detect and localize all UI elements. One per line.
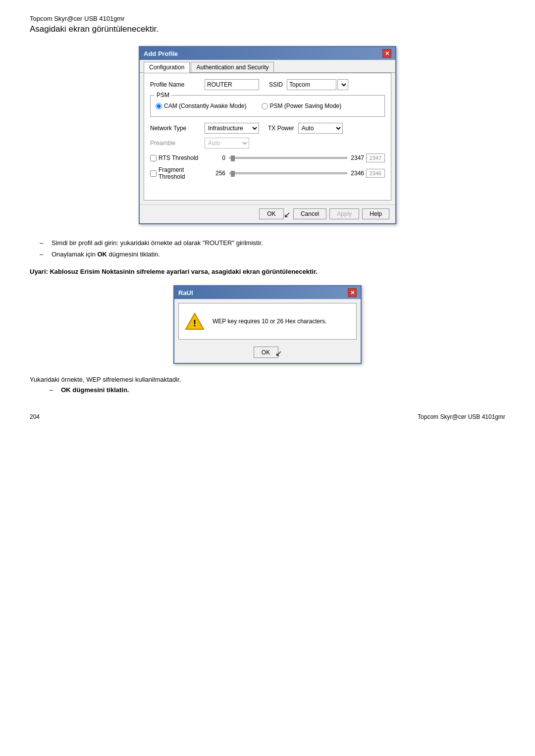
raui-cursor: ↙ — [275, 349, 282, 358]
raui-message: WEP key requires 10 or 26 Hex characters… — [213, 318, 327, 325]
psm-options: CAM (Constantly Awake Mode) PSM (Power S… — [156, 99, 379, 109]
bullet-dash-2: – — [40, 251, 46, 258]
psm-option[interactable]: PSM (Power Saving Mode) — [262, 102, 342, 109]
bullet-item-1: – Simdi bir profil adi girin: yukaridaki… — [40, 239, 505, 247]
ssid-select[interactable] — [337, 79, 348, 90]
bottom-ok-text: OK dügmesini tiklatin. — [61, 386, 129, 394]
cancel-button[interactable]: Cancel — [293, 208, 326, 219]
raui-title: RaUI — [178, 289, 193, 297]
rts-input[interactable] — [366, 153, 385, 162]
network-type-label: Network Type — [150, 125, 205, 132]
warning-icon: ! — [185, 311, 205, 331]
bullet-item-2: – Onaylamak için OK dügmesini tiklatin. — [40, 251, 505, 258]
bullet-text-1: Simdi bir profil adi girin: yukaridaki ö… — [52, 239, 263, 247]
page-footer: 204 Topcom Skyr@cer USB 4101gmr — [30, 413, 505, 420]
bullet-dash-1: – — [40, 239, 46, 247]
raui-ok-button[interactable]: OK — [254, 347, 278, 358]
raui-body: ! WEP key requires 10 or 26 Hex characte… — [178, 303, 357, 340]
svg-text:!: ! — [193, 318, 196, 328]
fragment-min-val: 256 — [211, 170, 225, 177]
dialog-titlebar: Add Profile ✕ — [140, 47, 395, 60]
rts-label: RTS Threshold — [159, 154, 211, 161]
dialog-footer: OK ↙ Cancel Apply Help — [140, 204, 395, 223]
psm-legend: PSM — [155, 92, 171, 99]
raui-close-button[interactable]: ✕ — [348, 288, 357, 297]
tx-power-label: TX Power — [268, 125, 294, 132]
fragment-max-val: 2346 — [349, 170, 364, 177]
page-header-large: Asagidaki ekran görüntülenecektir. — [30, 24, 505, 34]
psm-label: PSM (Power Saving Mode) — [270, 102, 342, 109]
bottom-dash: – — [50, 386, 53, 394]
tab-configuration[interactable]: Configuration — [144, 62, 190, 73]
dialog-title: Add Profile — [144, 50, 178, 57]
cursor-arrow: ↙ — [284, 210, 290, 219]
fragment-threshold-row: Fragment Threshold 256 2346 — [150, 166, 385, 180]
page-number: 204 — [30, 413, 40, 420]
tx-power-select[interactable]: Auto — [298, 123, 343, 134]
fragment-checkbox[interactable] — [150, 170, 157, 177]
help-button[interactable]: Help — [362, 208, 389, 219]
cam-label: CAM (Constantly Awake Mode) — [164, 102, 247, 109]
tab-auth-security[interactable]: Authentication and Security — [191, 62, 274, 72]
preamble-label: Preamble — [150, 140, 205, 147]
psm-radio[interactable] — [262, 103, 268, 109]
bottom-text: Yukaridaki örnekte, WEP sifrelemesi kull… — [30, 376, 505, 383]
rts-min-val: 0 — [211, 154, 225, 161]
fragment-input[interactable] — [366, 169, 385, 178]
bottom-section: Yukaridaki örnekte, WEP sifrelemesi kull… — [30, 376, 505, 394]
profile-name-label: Profile Name — [150, 81, 205, 88]
profile-name-row: Profile Name SSID — [150, 79, 385, 90]
warning-text: Uyari: Kablosuz Erisim Noktasinin sifrel… — [30, 268, 505, 275]
bullet-section: – Simdi bir profil adi girin: yukaridaki… — [30, 239, 505, 258]
ok-button[interactable]: OK — [259, 208, 284, 219]
close-button[interactable]: ✕ — [382, 49, 391, 58]
network-type-row: Network Type Infrastructure TX Power Aut… — [150, 123, 385, 134]
profile-name-input[interactable] — [205, 79, 259, 90]
page-header-small: Topcom Skyr@cer USB 4101gmr — [30, 15, 505, 22]
footer-brand: Topcom Skyr@cer USB 4101gmr — [418, 413, 505, 420]
raui-footer: OK ↙ — [174, 344, 361, 363]
raui-dialog: RaUI ✕ ! WEP key requires 10 or 26 Hex c… — [173, 285, 362, 364]
preamble-row: Preamble Auto — [150, 138, 385, 149]
ssid-input[interactable] — [287, 79, 336, 90]
cam-radio[interactable] — [156, 103, 162, 109]
raui-titlebar: RaUI ✕ — [174, 286, 361, 299]
dialog-tabs: Configuration Authentication and Securit… — [140, 60, 395, 73]
rts-checkbox[interactable] — [150, 155, 157, 161]
ssid-label: SSID — [269, 81, 283, 88]
rts-threshold-row: RTS Threshold 0 2347 — [150, 153, 385, 162]
cam-option[interactable]: CAM (Constantly Awake Mode) — [156, 102, 247, 109]
apply-button: Apply — [329, 208, 359, 219]
bullet-text-2: Onaylamak için OK dügmesini tiklatin. — [52, 251, 160, 258]
fragment-label: Fragment Threshold — [159, 166, 211, 180]
network-type-select[interactable]: Infrastructure — [205, 123, 259, 134]
dialog-body: Profile Name SSID PSM CAM (Constantly Aw… — [144, 73, 391, 201]
add-profile-dialog: Add Profile ✕ Configuration Authenticati… — [139, 46, 396, 224]
preamble-select: Auto — [205, 138, 249, 149]
rts-max-val: 2347 — [349, 154, 364, 161]
bottom-bullet: – OK dügmesini tiklatin. — [30, 386, 505, 394]
fragment-slider[interactable] — [227, 172, 349, 174]
rts-slider[interactable] — [227, 157, 349, 159]
psm-group: PSM CAM (Constantly Awake Mode) PSM (Pow… — [150, 95, 385, 117]
